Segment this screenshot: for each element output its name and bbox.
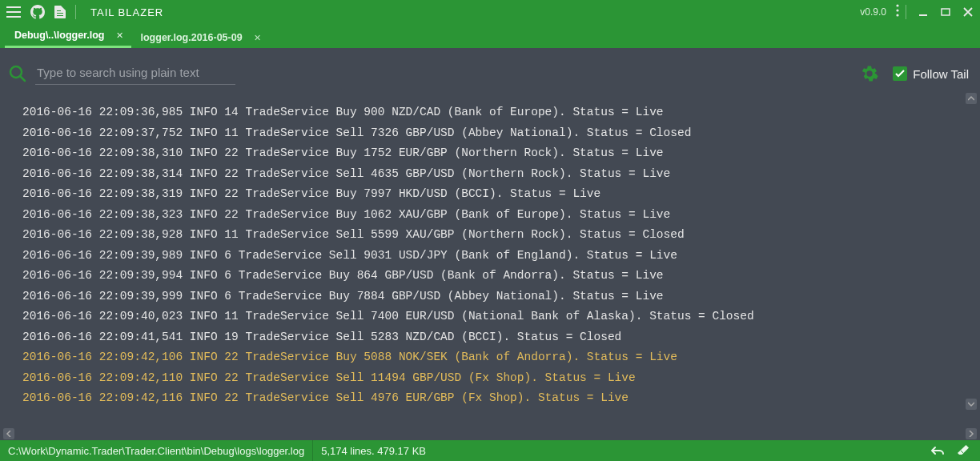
horizontal-scrollbar[interactable] bbox=[0, 427, 980, 440]
toolbar: Follow Tail bbox=[0, 48, 980, 90]
scroll-up-button[interactable] bbox=[966, 93, 977, 104]
scroll-down-button[interactable] bbox=[966, 399, 977, 410]
divider bbox=[906, 5, 906, 19]
tab-label: logger.log.2016-05-09 bbox=[141, 32, 243, 43]
github-icon[interactable] bbox=[30, 5, 45, 19]
close-icon[interactable]: ✕ bbox=[116, 30, 123, 41]
close-button[interactable] bbox=[962, 6, 974, 18]
eraser-icon[interactable] bbox=[956, 443, 970, 458]
scroll-right-button[interactable] bbox=[966, 428, 977, 439]
log-line[interactable]: 2016-06-16 22:09:39,989 INFO 6 TradeServ… bbox=[22, 246, 970, 267]
close-icon[interactable]: ✕ bbox=[254, 33, 261, 43]
tab-1[interactable]: logger.log.2016-05-09✕ bbox=[131, 27, 269, 48]
tab-label: Debug\..\logger.log bbox=[14, 30, 105, 41]
log-line[interactable]: 2016-06-16 22:09:38,319 INFO 22 TradeSer… bbox=[22, 184, 970, 205]
undo-icon[interactable] bbox=[929, 444, 945, 457]
log-line[interactable]: 2016-06-16 22:09:42,106 INFO 22 TradeSer… bbox=[22, 347, 970, 368]
log-line[interactable]: 2016-06-16 22:09:38,323 INFO 22 TradeSer… bbox=[22, 205, 970, 226]
follow-tail-label: Follow Tail bbox=[913, 67, 969, 81]
maximize-button[interactable] bbox=[940, 6, 951, 18]
log-line[interactable]: 2016-06-16 22:09:37,752 INFO 11 TradeSer… bbox=[22, 123, 970, 144]
version-label: v0.9.0 bbox=[860, 6, 886, 18]
log-line[interactable]: 2016-06-16 22:09:39,999 INFO 6 TradeServ… bbox=[22, 287, 970, 307]
svg-rect-3 bbox=[942, 9, 950, 15]
log-line[interactable]: 2016-06-16 22:09:38,928 INFO 11 TradeSer… bbox=[22, 225, 970, 246]
scroll-left-button[interactable] bbox=[3, 428, 14, 439]
search-input[interactable] bbox=[35, 62, 235, 85]
follow-tail-toggle[interactable]: Follow Tail bbox=[893, 66, 969, 81]
log-line[interactable]: 2016-06-16 22:09:38,314 INFO 22 TradeSer… bbox=[22, 164, 970, 185]
search-icon[interactable] bbox=[8, 64, 27, 83]
status-file-path: C:\Work\Dynamic.Trader\Trader.Client\bin… bbox=[0, 445, 312, 457]
minimize-button[interactable] bbox=[918, 6, 929, 18]
svg-point-1 bbox=[896, 9, 898, 11]
gear-icon[interactable] bbox=[861, 65, 878, 82]
statusbar: C:\Work\Dynamic.Trader\Trader.Client\bin… bbox=[0, 440, 980, 461]
log-line[interactable]: 2016-06-16 22:09:42,110 INFO 22 TradeSer… bbox=[22, 368, 970, 389]
tab-0[interactable]: Debug\..\logger.log✕ bbox=[5, 25, 131, 48]
file-icon[interactable] bbox=[54, 6, 66, 18]
log-line[interactable]: 2016-06-16 22:09:42,116 INFO 22 TradeSer… bbox=[22, 388, 970, 409]
log-line[interactable]: 2016-06-16 22:09:40,023 INFO 11 TradeSer… bbox=[22, 307, 970, 327]
log-line[interactable]: 2016-06-16 22:09:38,310 INFO 22 TradeSer… bbox=[22, 143, 970, 164]
tabbar: Debug\..\logger.log✕logger.log.2016-05-0… bbox=[0, 24, 980, 48]
app-title: TAIL BLAZER bbox=[90, 6, 163, 18]
divider bbox=[75, 5, 76, 19]
log-line[interactable]: 2016-06-16 22:09:39,994 INFO 6 TradeServ… bbox=[22, 266, 970, 287]
svg-point-0 bbox=[896, 4, 898, 6]
log-area[interactable]: 2016-06-16 22:09:36,985 INFO 14 TradeSer… bbox=[0, 90, 980, 427]
titlebar: TAIL BLAZER v0.9.0 bbox=[0, 0, 980, 24]
menu-icon[interactable] bbox=[6, 6, 21, 18]
log-line[interactable]: 2016-06-16 22:09:36,985 INFO 14 TradeSer… bbox=[22, 102, 970, 123]
log-line[interactable]: 2016-06-16 22:09:41,541 INFO 19 TradeSer… bbox=[22, 327, 970, 348]
svg-point-2 bbox=[896, 14, 898, 16]
status-file-info: 5,174 lines. 479.17 KB bbox=[313, 445, 434, 457]
checkbox-icon bbox=[893, 66, 907, 81]
more-icon[interactable] bbox=[896, 4, 899, 20]
